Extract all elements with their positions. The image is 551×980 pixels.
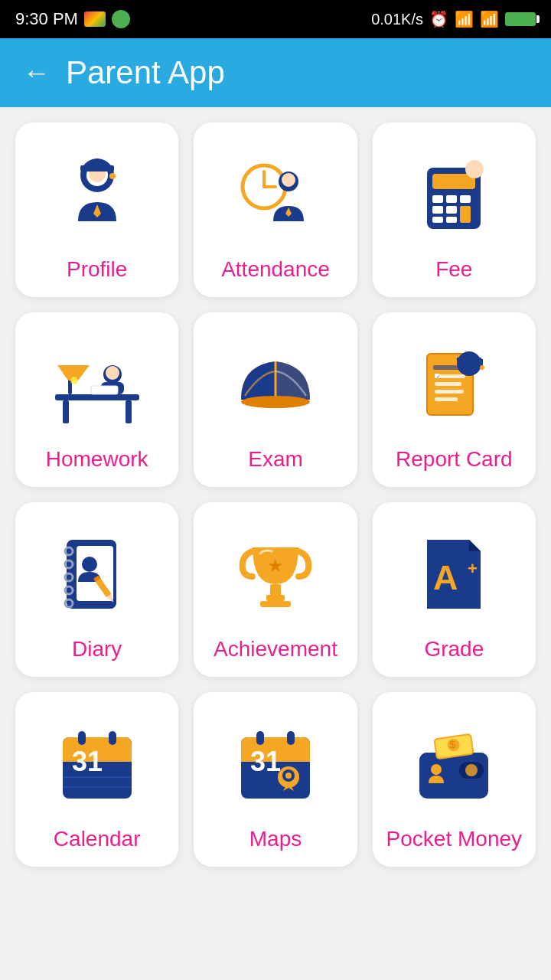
- status-time: 9:30 PM: [15, 9, 78, 29]
- alarm-icon: ⏰: [429, 10, 448, 28]
- achievement-icon-area: ★: [222, 521, 329, 628]
- grid-item-homework[interactable]: Homework: [15, 312, 178, 487]
- network-speed: 0.01K/s: [371, 11, 423, 28]
- grid-item-profile[interactable]: Profile: [15, 122, 178, 297]
- diary-label: Diary: [72, 637, 122, 662]
- fee-icon: [412, 152, 496, 237]
- svg-point-30: [70, 377, 78, 384]
- status-right: 0.01K/s ⏰ 📶 📶: [371, 10, 536, 28]
- svg-point-49: [480, 365, 484, 370]
- svg-point-96: [431, 764, 442, 775]
- svg-text:31: 31: [250, 746, 281, 777]
- profile-icon-area: [44, 141, 151, 248]
- profile-label: Profile: [67, 257, 127, 282]
- grid-item-maps[interactable]: 31 Maps: [194, 692, 357, 867]
- report-card-icon: ✓: [412, 342, 496, 426]
- battery-icon: [505, 12, 536, 26]
- fee-label: Fee: [435, 257, 472, 282]
- attendance-icon: [233, 152, 318, 237]
- back-button[interactable]: ←: [23, 57, 51, 89]
- diary-icon-area: [44, 521, 151, 628]
- svg-rect-75: [109, 731, 116, 745]
- svg-rect-41: [435, 390, 464, 394]
- grade-icon-area: A +: [400, 521, 507, 628]
- calendar-icon: 31: [55, 722, 139, 806]
- grid-item-pocket-money[interactable]: $ Pocket Money: [373, 692, 536, 867]
- svg-rect-19: [432, 206, 443, 214]
- svg-rect-47: [457, 358, 481, 361]
- svg-rect-65: [270, 584, 281, 596]
- pocket-money-label: Pocket Money: [386, 827, 522, 851]
- svg-point-59: [82, 557, 97, 572]
- main-grid: Profile Attendance: [0, 107, 551, 882]
- maps-icon-area: 31: [222, 710, 329, 818]
- homework-icon-area: [44, 331, 151, 438]
- svg-text:✓: ✓: [436, 374, 440, 379]
- calendar-icon-area: 31: [44, 710, 151, 818]
- pocket-money-icon-area: $: [400, 710, 507, 818]
- attendance-label: Attendance: [221, 257, 330, 282]
- svg-rect-42: [435, 397, 458, 401]
- maps-label: Maps: [249, 827, 302, 851]
- svg-text:A: A: [433, 558, 458, 597]
- report-card-label: Report Card: [396, 447, 513, 472]
- svg-point-12: [282, 173, 295, 187]
- frog-icon: [112, 10, 130, 28]
- profile-icon: [55, 152, 139, 237]
- svg-point-91: [465, 764, 478, 776]
- svg-rect-25: [55, 394, 139, 400]
- page-title: Parent App: [66, 54, 225, 91]
- grid-item-calendar[interactable]: 31 Calendar: [15, 692, 178, 867]
- homework-icon: [51, 342, 143, 426]
- status-left: 9:30 PM: [15, 9, 130, 29]
- grid-item-report-card[interactable]: ✓ Report Card: [373, 312, 536, 487]
- grid-item-achievement[interactable]: ★ Achievement: [194, 502, 357, 677]
- maps-icon: 31: [233, 722, 318, 806]
- status-bar: 9:30 PM 0.01K/s ⏰ 📶 📶: [0, 0, 551, 38]
- achievement-icon: ★: [233, 532, 318, 616]
- exam-icon: [233, 342, 318, 426]
- svg-text:★: ★: [267, 555, 284, 576]
- exam-icon-area: [222, 331, 329, 438]
- svg-rect-27: [126, 400, 132, 423]
- pocket-money-icon: $: [412, 722, 496, 806]
- svg-rect-34: [91, 386, 118, 394]
- grade-label: Grade: [424, 637, 484, 662]
- svg-rect-50: [433, 365, 467, 370]
- svg-marker-68: [469, 540, 481, 551]
- svg-rect-74: [78, 731, 86, 745]
- svg-rect-23: [446, 217, 457, 223]
- fee-icon-area: [400, 141, 507, 248]
- svg-rect-16: [432, 195, 443, 203]
- svg-rect-18: [460, 195, 471, 203]
- diary-icon: [55, 532, 139, 616]
- svg-rect-83: [287, 731, 295, 745]
- svg-text:31: 31: [72, 746, 103, 777]
- signal-icon: 📶: [480, 10, 499, 28]
- svg-point-7: [109, 173, 116, 179]
- svg-rect-21: [460, 206, 471, 223]
- exam-label: Exam: [248, 447, 303, 472]
- grid-item-fee[interactable]: Fee: [373, 122, 536, 297]
- svg-point-36: [241, 396, 310, 408]
- svg-rect-64: [260, 601, 291, 607]
- grid-item-exam[interactable]: Exam: [194, 312, 357, 487]
- grid-item-diary[interactable]: Diary: [15, 502, 178, 677]
- gmail-icon: [84, 11, 106, 27]
- calendar-label: Calendar: [54, 827, 141, 851]
- wifi-icon: 📶: [455, 10, 474, 28]
- svg-rect-22: [432, 217, 443, 223]
- homework-label: Homework: [46, 447, 148, 472]
- svg-rect-17: [446, 195, 457, 203]
- app-header: ← Parent App: [0, 38, 551, 107]
- attendance-icon-area: [222, 141, 329, 248]
- svg-rect-40: [435, 382, 461, 386]
- grade-icon: A +: [412, 532, 496, 616]
- svg-point-32: [106, 366, 119, 380]
- svg-rect-20: [446, 206, 457, 214]
- grid-item-grade[interactable]: A + Grade: [373, 502, 536, 677]
- grid-item-attendance[interactable]: Attendance: [194, 122, 357, 297]
- svg-point-87: [285, 773, 292, 779]
- svg-rect-26: [63, 400, 69, 423]
- report-card-icon-area: ✓: [400, 331, 507, 438]
